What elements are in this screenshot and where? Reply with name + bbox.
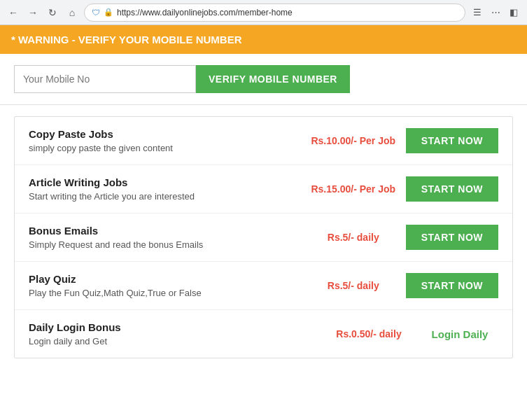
job-row: Daily Login BonusLogin daily and GetRs.0…	[15, 310, 512, 358]
jobs-container: Copy Paste Jobssimply copy paste the giv…	[14, 116, 513, 358]
job-title: Article Writing Jobs	[29, 176, 301, 188]
job-row: Bonus EmailsSimply Request and read the …	[15, 214, 512, 262]
job-row: Copy Paste Jobssimply copy paste the giv…	[15, 117, 512, 165]
job-info: Daily Login BonusLogin daily and Get	[29, 321, 316, 346]
job-title: Play Quiz	[29, 273, 301, 285]
job-title: Copy Paste Jobs	[29, 128, 301, 140]
warning-text: * WARNING - VERIFY YOUR MOBILE NUMBER	[11, 34, 241, 46]
browser-chrome: ← → ↻ ⌂ 🛡 🔒 https://www.dailyonlinejobs.…	[0, 0, 527, 25]
job-description: Login daily and Get	[29, 336, 316, 346]
back-button[interactable]: ←	[6, 5, 21, 20]
job-rate: Rs.0.50/- daily	[323, 328, 414, 340]
home-button[interactable]: ⌂	[64, 5, 80, 20]
more-options-icon[interactable]: ⋯	[488, 5, 503, 20]
job-description: Play the Fun Quiz,Math Quiz,True or Fals…	[29, 288, 301, 298]
url-text: https://www.dailyonlinejobs.com/member-h…	[117, 8, 293, 18]
job-description: Start writing the Article you are intere…	[29, 191, 301, 202]
job-info: Copy Paste Jobssimply copy paste the giv…	[29, 128, 301, 153]
forward-button[interactable]: →	[25, 5, 41, 20]
job-title: Daily Login Bonus	[29, 321, 316, 333]
verify-mobile-button[interactable]: VERIFY MOBILE NUMBER	[196, 65, 350, 93]
job-rate: Rs.10.00/- Per Job	[308, 135, 399, 146]
job-rate: Rs.5/- daily	[308, 280, 399, 291]
job-info: Bonus EmailsSimply Request and read the …	[29, 225, 301, 250]
page-content: * WARNING - VERIFY YOUR MOBILE NUMBER VE…	[0, 25, 527, 420]
job-info: Article Writing JobsStart writing the Ar…	[29, 176, 301, 202]
job-title: Bonus Emails	[29, 225, 301, 237]
bookmarks-icon[interactable]: ☰	[470, 5, 485, 20]
start-now-button[interactable]: START NOW	[406, 176, 498, 202]
job-rate: Rs.5/- daily	[308, 232, 399, 243]
job-description: Simply Request and read the bonus Emails	[29, 239, 301, 250]
job-rate: Rs.15.00/- Per Job	[308, 183, 399, 195]
job-description: simply copy paste the given content	[29, 143, 301, 153]
warning-banner: * WARNING - VERIFY YOUR MOBILE NUMBER	[0, 25, 527, 54]
job-row: Article Writing JobsStart writing the Ar…	[15, 165, 512, 214]
verify-section: VERIFY MOBILE NUMBER	[0, 54, 527, 105]
start-now-button[interactable]: START NOW	[406, 273, 498, 298]
job-info: Play QuizPlay the Fun Quiz,Math Quiz,Tru…	[29, 273, 301, 298]
start-now-button[interactable]: START NOW	[406, 225, 498, 250]
extensions-icon[interactable]: ◧	[506, 5, 521, 20]
lock-icon: 🔒	[104, 8, 113, 17]
start-now-button[interactable]: START NOW	[406, 128, 498, 153]
browser-actions: ☰ ⋯ ◧	[470, 5, 521, 20]
address-bar[interactable]: 🛡 🔒 https://www.dailyonlinejobs.com/memb…	[84, 4, 465, 22]
job-row: Play QuizPlay the Fun Quiz,Math Quiz,Tru…	[15, 262, 512, 310]
refresh-button[interactable]: ↻	[45, 5, 60, 20]
mobile-number-input[interactable]	[14, 65, 196, 93]
login-daily-link[interactable]: Login Daily	[421, 328, 498, 340]
shield-icon: 🛡	[92, 8, 100, 18]
